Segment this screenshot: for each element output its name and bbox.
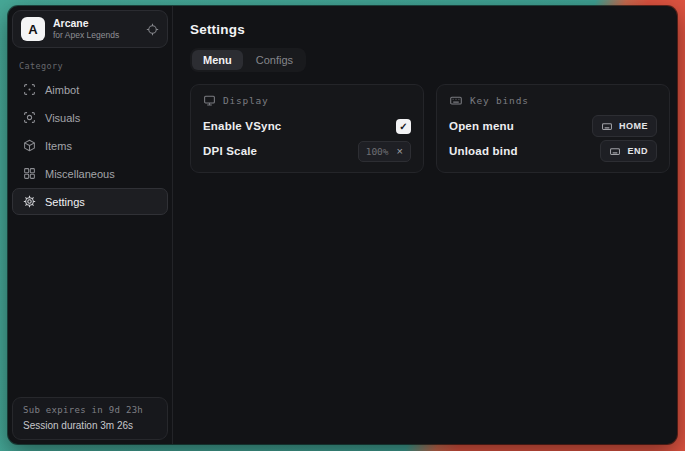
open-menu-key: HOME xyxy=(619,121,648,131)
display-card-title: Display xyxy=(223,95,269,106)
page-title: Settings xyxy=(190,22,670,37)
display-card: Display Enable VSync ✓ DPI Scale 100% × xyxy=(190,84,424,173)
sidebar-item-settings[interactable]: Settings xyxy=(12,188,168,215)
tab-bar: Menu Configs xyxy=(190,48,306,72)
keyboard-icon xyxy=(601,121,613,132)
vsync-label: Enable VSync xyxy=(203,120,281,132)
vsync-row: Enable VSync ✓ xyxy=(203,116,411,136)
sub-expiry-text: Sub expires in 9d 23h xyxy=(23,405,157,415)
sidebar-item-items[interactable]: Items xyxy=(12,132,168,159)
target-icon[interactable] xyxy=(146,23,159,36)
keyboard-icon xyxy=(609,146,621,157)
vsync-checkbox[interactable]: ✓ xyxy=(396,119,411,134)
dpi-label: DPI Scale xyxy=(203,145,257,157)
display-card-header: Display xyxy=(203,94,411,107)
sidebar: A Arcane for Apex Legends Category xyxy=(8,6,173,444)
sidebar-item-aimbot[interactable]: Aimbot xyxy=(12,76,168,103)
sidebar-nav: Aimbot Visuals xyxy=(12,76,168,215)
keyboard-icon xyxy=(449,94,463,107)
keybinds-card-header: Key binds xyxy=(449,94,657,107)
sidebar-item-label: Items xyxy=(45,140,72,152)
monitor-icon xyxy=(203,94,216,107)
sidebar-item-visuals[interactable]: Visuals xyxy=(12,104,168,131)
dpi-scale-input[interactable]: 100% × xyxy=(358,141,411,162)
gear-icon xyxy=(22,195,36,208)
app-window: A Arcane for Apex Legends Category xyxy=(8,6,677,444)
main-content: Settings Menu Configs Display xyxy=(173,6,677,444)
open-menu-keybind[interactable]: HOME xyxy=(592,115,657,137)
unload-key: END xyxy=(627,146,648,156)
unload-bind-row: Unload bind END xyxy=(449,141,657,161)
dpi-scale-value[interactable]: 100% xyxy=(366,146,389,157)
sidebar-item-label: Miscellaneous xyxy=(45,168,115,180)
crosshair-scan-icon xyxy=(22,83,36,96)
scan-eye-icon xyxy=(22,111,36,124)
profile-card[interactable]: A Arcane for Apex Legends xyxy=(12,10,168,48)
session-duration-text: Session duration 3m 26s xyxy=(23,420,157,431)
unload-bind-label: Unload bind xyxy=(449,145,518,157)
open-menu-row: Open menu HOME xyxy=(449,116,657,136)
category-label: Category xyxy=(19,61,162,71)
clear-icon[interactable]: × xyxy=(397,146,403,157)
grid-icon xyxy=(22,167,36,180)
open-menu-label: Open menu xyxy=(449,120,514,132)
package-icon xyxy=(22,139,36,152)
profile-meta: Arcane for Apex Legends xyxy=(53,17,138,41)
app-name: Arcane xyxy=(53,17,138,29)
keybinds-card-title: Key binds xyxy=(470,95,529,106)
keybinds-card: Key binds Open menu HOME Unload bin xyxy=(436,84,670,173)
sidebar-item-label: Visuals xyxy=(45,112,80,124)
tab-configs[interactable]: Configs xyxy=(245,50,304,70)
sidebar-item-label: Aimbot xyxy=(45,84,79,96)
tab-menu[interactable]: Menu xyxy=(192,50,243,70)
sidebar-item-label: Settings xyxy=(45,196,85,208)
app-logo: A xyxy=(21,17,45,41)
dpi-row: DPI Scale 100% × xyxy=(203,141,411,161)
app-subtitle: for Apex Legends xyxy=(53,31,138,41)
settings-cards: Display Enable VSync ✓ DPI Scale 100% × xyxy=(190,84,670,173)
subscription-card: Sub expires in 9d 23h Session duration 3… xyxy=(12,397,168,440)
sidebar-item-miscellaneous[interactable]: Miscellaneous xyxy=(12,160,168,187)
unload-keybind[interactable]: END xyxy=(600,140,657,162)
